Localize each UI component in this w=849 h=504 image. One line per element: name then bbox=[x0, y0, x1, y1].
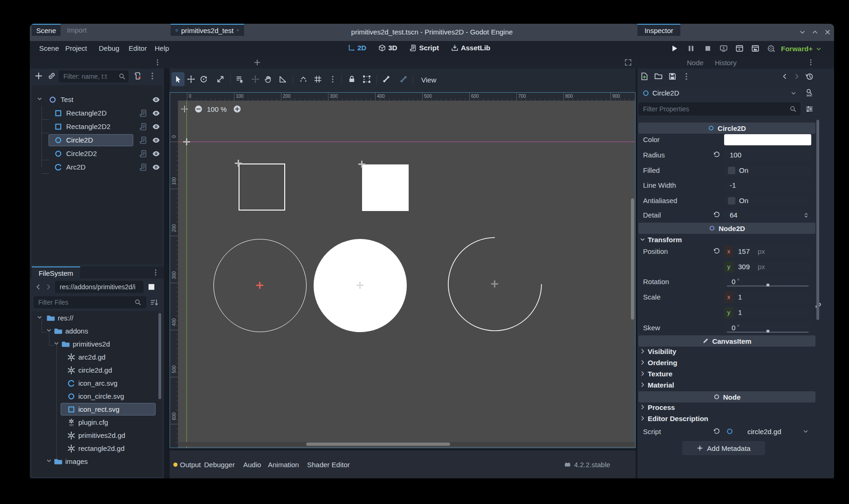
visibility-toggle-icon[interactable] bbox=[152, 136, 160, 144]
play-button[interactable] bbox=[670, 44, 678, 53]
object-selector[interactable]: Circle2D bbox=[638, 87, 801, 100]
revert-icon[interactable] bbox=[713, 211, 720, 218]
filled-checkbox[interactable] bbox=[728, 167, 735, 174]
color-swatch[interactable] bbox=[724, 134, 811, 145]
fs-forward-button[interactable] bbox=[45, 283, 52, 291]
grid-snap-button[interactable] bbox=[314, 75, 322, 83]
v-scrollbar-thumb[interactable] bbox=[631, 198, 634, 320]
pivot-mode-button[interactable] bbox=[251, 75, 260, 83]
skeleton-options-button[interactable] bbox=[399, 75, 408, 83]
save-resource-button[interactable] bbox=[668, 72, 677, 81]
scale-x-field[interactable]: x 1 bbox=[724, 292, 811, 303]
group-ordering[interactable]: Ordering bbox=[638, 357, 815, 368]
group-transform[interactable]: Transform bbox=[638, 234, 815, 245]
scene-tree-menu-icon[interactable] bbox=[148, 72, 157, 80]
collapse-icon[interactable] bbox=[36, 314, 43, 320]
filesystem-dock-menu-icon[interactable] bbox=[152, 269, 159, 276]
collapse-icon[interactable] bbox=[53, 340, 60, 347]
move-mode-button[interactable] bbox=[187, 75, 195, 83]
list-select-button[interactable] bbox=[236, 75, 244, 83]
scene-tree-row-circle2d[interactable]: Circle2D bbox=[34, 134, 164, 146]
resource-options-icon[interactable] bbox=[682, 72, 691, 81]
menu-help[interactable]: Help bbox=[155, 44, 169, 52]
property-tools-button[interactable] bbox=[805, 105, 814, 113]
visibility-toggle-icon[interactable] bbox=[152, 150, 160, 158]
play-remote-button[interactable] bbox=[719, 44, 728, 53]
group-visibility[interactable]: Visibility bbox=[638, 346, 815, 357]
script-dropdown-icon[interactable] bbox=[802, 428, 809, 435]
script-attached-icon[interactable] bbox=[139, 109, 147, 117]
visibility-toggle-icon[interactable] bbox=[152, 109, 160, 117]
window-close-button[interactable] bbox=[824, 28, 831, 36]
skew-slider[interactable] bbox=[727, 332, 808, 333]
bottom-tab-shader-editor[interactable]: Shader Editor bbox=[307, 450, 350, 478]
instance-scene-button[interactable] bbox=[48, 72, 56, 80]
slider-handle[interactable] bbox=[767, 330, 769, 333]
rotate-mode-button[interactable] bbox=[199, 75, 208, 83]
scene-tree-row-test[interactable]: Test bbox=[34, 94, 164, 106]
fs-row-images[interactable]: images bbox=[34, 456, 164, 468]
fs-back-button[interactable] bbox=[34, 283, 42, 291]
revert-icon[interactable] bbox=[713, 247, 720, 255]
play-scene-button[interactable] bbox=[735, 44, 744, 53]
menu-scene[interactable]: Scene bbox=[39, 44, 59, 52]
rectangle2d-outline-shape[interactable] bbox=[239, 163, 285, 211]
scene-dock-menu-icon[interactable] bbox=[154, 59, 161, 66]
fs-split-mode-toggle[interactable] bbox=[147, 283, 156, 291]
bottom-tab-audio[interactable]: Audio bbox=[243, 450, 261, 478]
detail-field[interactable]: 64 bbox=[724, 210, 811, 221]
line-width-field[interactable]: -1 bbox=[724, 180, 811, 191]
visibility-toggle-icon[interactable] bbox=[152, 163, 160, 171]
menu-debug[interactable]: Debug bbox=[99, 44, 119, 52]
script-attached-icon[interactable] bbox=[139, 163, 147, 171]
renderer-dropdown-icon[interactable] bbox=[815, 46, 822, 52]
fs-scrollbar[interactable] bbox=[158, 313, 161, 399]
bottom-tab-output[interactable]: Output bbox=[180, 450, 201, 478]
antialiased-field[interactable]: On bbox=[724, 195, 811, 206]
zoom-out-button[interactable] bbox=[194, 105, 203, 113]
rotation-slider[interactable] bbox=[727, 286, 808, 286]
snap-options-icon[interactable] bbox=[329, 75, 337, 83]
rectangle2d2-filled-shape[interactable] bbox=[362, 164, 409, 211]
distraction-free-button[interactable] bbox=[624, 59, 632, 66]
antialiased-checkbox[interactable] bbox=[728, 197, 735, 204]
open-docs-button[interactable]: DOC bbox=[805, 89, 814, 97]
load-resource-button[interactable] bbox=[654, 72, 663, 81]
scene-tree-row-arc2d[interactable]: Arc2D bbox=[34, 161, 164, 173]
tab-history[interactable]: History bbox=[715, 59, 737, 67]
ruler-mode-button[interactable] bbox=[279, 75, 287, 83]
fs-sort-button[interactable] bbox=[150, 298, 158, 306]
slider-handle[interactable] bbox=[767, 284, 769, 286]
stop-button[interactable] bbox=[704, 44, 712, 53]
edit-history-button[interactable] bbox=[805, 72, 814, 81]
category-canvasitem[interactable]: CanvasItem bbox=[638, 335, 815, 347]
group-process[interactable]: Process bbox=[638, 402, 815, 413]
switch-3d[interactable]: 3D bbox=[378, 44, 397, 52]
new-resource-button[interactable] bbox=[640, 72, 649, 81]
select-mode-button[interactable] bbox=[174, 75, 182, 83]
renderer-selector[interactable]: Forward+ bbox=[781, 45, 813, 53]
history-forward-button[interactable] bbox=[793, 73, 801, 80]
add-metadata-button[interactable]: Add Metadata bbox=[682, 441, 765, 455]
tab-primitives2d-test[interactable]: primitives2d_test bbox=[171, 24, 244, 36]
tab-inspector[interactable]: Inspector bbox=[637, 24, 680, 36]
history-back-button[interactable] bbox=[781, 73, 788, 80]
view-menu[interactable]: View bbox=[421, 76, 436, 84]
radius-field[interactable]: 100 bbox=[724, 150, 811, 161]
collapse-icon[interactable] bbox=[46, 457, 52, 464]
switch-assetlib[interactable]: AssetLib bbox=[451, 44, 490, 52]
scene-tree-row-rectangle2d[interactable]: Rectangle2D bbox=[34, 107, 164, 119]
tab-import[interactable]: Import bbox=[61, 24, 93, 36]
fs-row-plugin-cfg[interactable]: TXT plugin.cfg bbox=[34, 416, 164, 429]
category-circle2d[interactable]: Circle2D bbox=[638, 123, 815, 134]
skeleton-button[interactable] bbox=[382, 75, 390, 83]
fs-path-input[interactable] bbox=[55, 281, 144, 293]
filled-field[interactable]: On bbox=[724, 165, 811, 176]
tab-filesystem[interactable]: FileSystem bbox=[32, 266, 80, 279]
inspector-filter-input[interactable] bbox=[638, 102, 801, 116]
collapse-icon[interactable] bbox=[36, 95, 43, 102]
zoom-in-button[interactable] bbox=[233, 105, 241, 113]
fs-row-primitives2d[interactable]: primitives2d bbox=[34, 338, 164, 350]
canvas[interactable]: 100 % bbox=[178, 101, 635, 448]
pause-button[interactable] bbox=[687, 44, 695, 53]
